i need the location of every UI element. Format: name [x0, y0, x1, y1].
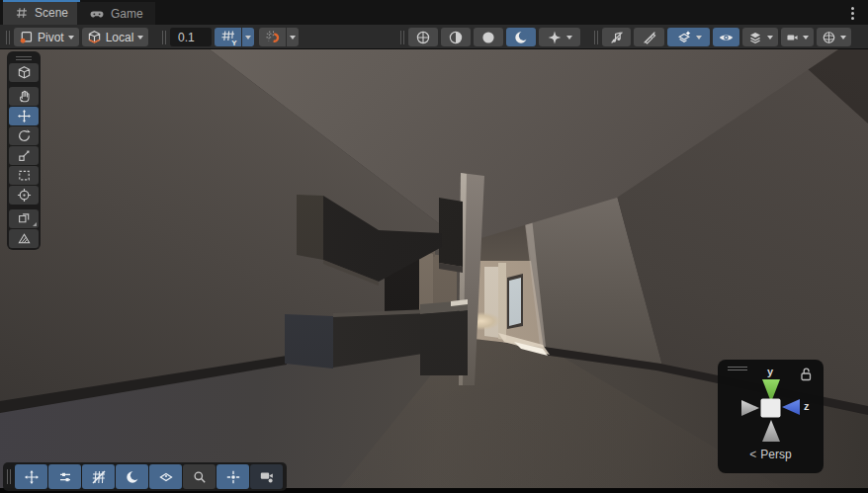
- audio-mute-toggle[interactable]: [602, 28, 631, 46]
- sphere-half-icon: [448, 30, 464, 45]
- transform-icon: [17, 188, 32, 203]
- drag-handle[interactable]: [593, 31, 599, 44]
- handle-rotation-label: Local: [106, 31, 134, 44]
- cube-corner-icon: [17, 211, 32, 226]
- view-options-toggle-button[interactable]: [116, 464, 148, 489]
- down-axis-cone[interactable]: [762, 420, 780, 442]
- orientation-toggle-button[interactable]: [217, 464, 249, 489]
- x-axis-cone[interactable]: [741, 400, 759, 416]
- tab-game[interactable]: Game: [77, 2, 155, 25]
- gizmos-toggle-button[interactable]: [149, 464, 182, 489]
- chevron-down-icon: [840, 36, 846, 40]
- rect-tool-button[interactable]: [9, 166, 39, 185]
- chevron-down-icon: [767, 36, 773, 40]
- gizmo-center-cube[interactable]: [761, 399, 781, 418]
- effects-dropdown[interactable]: [539, 28, 580, 46]
- snap-increment-toggle[interactable]: [259, 28, 286, 46]
- diamond-icon: [158, 469, 174, 485]
- crescent-moon-icon: [513, 30, 529, 45]
- tab-scene[interactable]: Scene: [3, 0, 80, 25]
- scene-toolbar: Pivot Local: [0, 25, 868, 49]
- cameras-dropdown[interactable]: [781, 28, 814, 46]
- kebab-menu-icon[interactable]: [845, 5, 859, 21]
- sphere-filled-icon: [480, 30, 496, 45]
- drag-handle[interactable]: [161, 31, 167, 44]
- layer-stack-icon: [747, 30, 763, 45]
- chevron-down-icon: [137, 36, 143, 40]
- handle-rotation-dropdown[interactable]: Local: [82, 28, 149, 46]
- mesh-edit-tool-button[interactable]: [9, 229, 39, 248]
- view-tool-button[interactable]: [9, 63, 39, 82]
- camera-visibility-toggle[interactable]: [713, 28, 739, 46]
- move-arrows-icon: [24, 469, 40, 485]
- fx-mute-toggle[interactable]: [634, 28, 664, 46]
- local-cube-icon: [87, 30, 102, 44]
- scale-tool-button[interactable]: [9, 146, 39, 165]
- mesh-icon: [17, 231, 32, 246]
- rotate-tool-button[interactable]: [9, 126, 39, 145]
- grid-axis-letter: Y: [231, 39, 236, 47]
- tab-bar: Scene Game: [0, 0, 868, 25]
- video-camera-dot-icon: [259, 469, 275, 485]
- layers-sparkle-icon: [676, 30, 692, 45]
- drag-handle[interactable]: [9, 53, 39, 62]
- tool-settings-toggle-button[interactable]: [48, 464, 81, 489]
- draw-mode-sphere-button[interactable]: [474, 28, 503, 46]
- move-tool-button[interactable]: [9, 107, 39, 125]
- orientation-gizmo-panel: y z <Persp: [718, 360, 824, 473]
- gamepad-icon: [89, 7, 105, 21]
- scene-lighting-toggle[interactable]: [506, 28, 536, 46]
- tools-toggle-button[interactable]: [15, 464, 47, 489]
- grid-visibility-dropdown[interactable]: [242, 28, 254, 46]
- tab-game-label: Game: [111, 7, 143, 21]
- video-camera-icon: [786, 30, 799, 45]
- center-cross-icon: [225, 469, 241, 485]
- projection-toggle[interactable]: <Persp: [718, 448, 824, 461]
- magnet-grid-icon: [265, 30, 281, 45]
- z-axis-cone[interactable]: [782, 399, 800, 415]
- grid-visibility-toggle[interactable]: Y: [215, 28, 241, 46]
- rect-icon: [17, 168, 32, 183]
- scale-icon: [17, 148, 32, 163]
- draw-mode-wire-sphere-button[interactable]: [408, 28, 438, 46]
- pivot-label: Pivot: [38, 31, 64, 44]
- transform-tool-button[interactable]: [9, 186, 39, 205]
- grid-size-input[interactable]: [170, 28, 212, 46]
- chevron-down-icon: [696, 36, 702, 40]
- note-slash-icon: [609, 30, 625, 45]
- brush-slash-icon: [642, 30, 657, 45]
- drag-handle[interactable]: [7, 469, 11, 484]
- pivot-dropdown[interactable]: Pivot: [14, 28, 79, 46]
- sliders-icon: [57, 469, 73, 485]
- chevron-down-icon: [566, 36, 572, 40]
- search-toggle-button[interactable]: [183, 464, 216, 489]
- more-options-corner: [33, 222, 37, 226]
- snap-increment-dropdown[interactable]: [287, 28, 299, 46]
- pan-tool-button[interactable]: [9, 87, 39, 106]
- chevron-down-icon: [803, 36, 809, 40]
- drag-handle[interactable]: [5, 31, 11, 44]
- overlay-toolbar: [3, 462, 287, 491]
- move-arrows-icon: [17, 109, 32, 123]
- gizmo-sphere-icon: [822, 30, 836, 45]
- z-axis-label: z: [804, 400, 810, 412]
- gizmos-dropdown[interactable]: [817, 28, 851, 46]
- grid-y-icon: Y: [220, 30, 236, 45]
- grid-snap-toggle-button[interactable]: [82, 464, 115, 489]
- drag-handle[interactable]: [399, 31, 405, 44]
- unity-scene-view-window: Scene Game Pivot: [0, 0, 868, 493]
- grid-slash-icon: [91, 469, 107, 485]
- y-axis-label: y: [767, 366, 773, 377]
- scene-visibility-dropdown[interactable]: [667, 28, 710, 46]
- crescent-moon-icon: [125, 469, 140, 485]
- cameras-toggle-button[interactable]: [250, 464, 283, 489]
- rotate-icon: [17, 128, 32, 143]
- draw-mode-half-sphere-button[interactable]: [441, 28, 471, 46]
- tab-scene-label: Scene: [35, 6, 68, 20]
- scene-viewport[interactable]: y z <Persp: [0, 49, 868, 493]
- sphere-cross-icon: [415, 30, 431, 45]
- pivot-icon: [19, 30, 34, 44]
- custom-tool-button[interactable]: [9, 209, 39, 228]
- layers-dropdown[interactable]: [742, 28, 778, 46]
- projection-label: Persp: [760, 448, 791, 461]
